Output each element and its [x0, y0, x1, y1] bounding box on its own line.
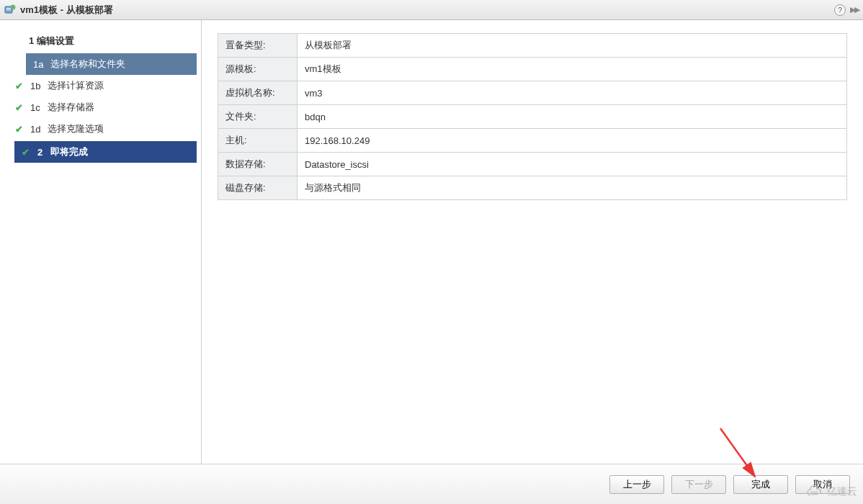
svg-rect-1 [6, 8, 11, 9]
main-container: 1 编辑设置 ✔ 1a 选择名称和文件夹 ✔ 1b 选择计算资源 ✔ 1c 选择… [0, 20, 863, 464]
table-row: 磁盘存储: 与源格式相同 [218, 176, 847, 200]
summary-value: 与源格式相同 [298, 176, 847, 200]
summary-key: 文件夹: [218, 105, 298, 129]
summary-key: 置备类型: [218, 34, 298, 58]
summary-value: Datastore_iscsi [298, 153, 847, 176]
step-number: 1c [30, 102, 48, 113]
step-number: 1d [30, 124, 48, 135]
footer: 上一步 下一步 完成 取消 [0, 464, 863, 504]
step-label: 选择克隆选项 [48, 122, 104, 135]
wizard-section-1: 1 编辑设置 [0, 29, 201, 53]
step-number: 1a [33, 59, 50, 70]
check-icon: ✔ [13, 102, 24, 113]
summary-value: 192.168.10.249 [298, 129, 847, 153]
step-1a[interactable]: ✔ 1a 选择名称和文件夹 [26, 53, 197, 75]
table-row: 虚拟机名称: vm3 [218, 81, 847, 105]
table-row: 文件夹: bdqn [218, 105, 847, 129]
table-row: 置备类型: 从模板部署 [218, 34, 847, 58]
summary-value: vm1模板 [298, 58, 847, 81]
check-icon: ✔ [13, 81, 24, 91]
expand-icon[interactable]: ▶▶ [850, 5, 859, 14]
table-row: 主机: 192.168.10.249 [218, 129, 847, 153]
back-button[interactable]: 上一步 [609, 475, 664, 494]
summary-table: 置备类型: 从模板部署 源模板: vm1模板 虚拟机名称: vm3 文件夹: b… [218, 33, 847, 200]
step-1c[interactable]: ✔ 1c 选择存储器 [0, 96, 201, 118]
check-icon: ✔ [22, 147, 33, 158]
summary-value: bdqn [298, 105, 847, 129]
summary-key: 数据存储: [218, 153, 298, 176]
help-icon[interactable]: ? [834, 4, 846, 16]
finish-button[interactable]: 完成 [733, 475, 788, 494]
step-number: 1b [30, 81, 48, 91]
window-title: vm1模板 - 从模板部署 [20, 4, 113, 17]
svg-rect-2 [6, 9, 11, 10]
summary-value: vm3 [298, 81, 847, 105]
next-button: 下一步 [671, 475, 726, 494]
summary-key: 源模板: [218, 58, 298, 81]
table-row: 数据存储: Datastore_iscsi [218, 153, 847, 176]
step-label: 选择存储器 [48, 101, 94, 114]
check-icon: ✔ [13, 124, 24, 135]
step-label: 选择名称和文件夹 [50, 58, 125, 71]
step-1d[interactable]: ✔ 1d 选择克隆选项 [0, 118, 201, 140]
wizard-sidebar: 1 编辑设置 ✔ 1a 选择名称和文件夹 ✔ 1b 选择计算资源 ✔ 1c 选择… [0, 20, 202, 464]
vm-template-icon [4, 4, 16, 16]
section-number: 1 [29, 35, 34, 46]
summary-value: 从模板部署 [298, 34, 847, 58]
summary-key: 虚拟机名称: [218, 81, 298, 105]
cancel-button[interactable]: 取消 [795, 475, 850, 494]
section-number: 2 [37, 147, 50, 158]
step-label: 选择计算资源 [48, 79, 104, 92]
summary-key: 磁盘存储: [218, 176, 298, 200]
section-label: 编辑设置 [37, 35, 74, 46]
summary-key: 主机: [218, 129, 298, 153]
step-1b[interactable]: ✔ 1b 选择计算资源 [0, 75, 201, 96]
content-panel: 置备类型: 从模板部署 源模板: vm1模板 虚拟机名称: vm3 文件夹: b… [202, 20, 863, 464]
table-row: 源模板: vm1模板 [218, 58, 847, 81]
titlebar: vm1模板 - 从模板部署 ? ▶▶ [0, 0, 863, 20]
section-label: 即将完成 [50, 145, 88, 158]
wizard-section-2[interactable]: ✔ 2 即将完成 [14, 141, 197, 163]
